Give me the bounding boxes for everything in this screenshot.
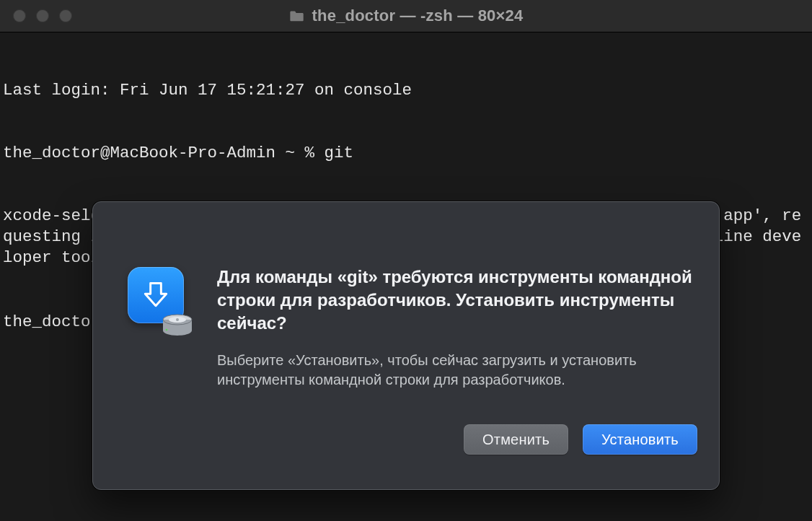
window-title-text: the_doctor — -zsh — 80×24 — [312, 6, 524, 25]
terminal-area[interactable]: Last login: Fri Jun 17 15:21:27 on conso… — [0, 32, 812, 521]
window-titlebar: the_doctor — -zsh — 80×24 — [0, 0, 812, 32]
cancel-button[interactable]: Отменить — [464, 424, 568, 455]
terminal-line: the_doctor@MacBook-Pro-Admin ~ % git — [3, 143, 809, 164]
install-button[interactable]: Установить — [583, 424, 697, 455]
install-dialog: Для команды «git» требуются инструменты … — [92, 201, 720, 490]
svg-point-4 — [166, 329, 168, 331]
hard-drive-icon — [161, 313, 194, 339]
window-controls — [13, 9, 72, 22]
close-window-button[interactable] — [13, 9, 26, 22]
terminal-line: Last login: Fri Jun 17 15:21:27 on conso… — [3, 80, 809, 101]
dialog-description: Выберите «Установить», чтобы сейчас загр… — [217, 351, 697, 390]
window-title: the_doctor — -zsh — 80×24 — [289, 6, 524, 25]
minimize-window-button[interactable] — [36, 9, 49, 22]
folder-icon — [289, 9, 305, 23]
svg-point-3 — [176, 318, 179, 321]
zoom-window-button[interactable] — [59, 9, 72, 22]
dialog-title: Для команды «git» требуются инструменты … — [217, 266, 697, 335]
dialog-icon-area — [115, 224, 197, 390]
